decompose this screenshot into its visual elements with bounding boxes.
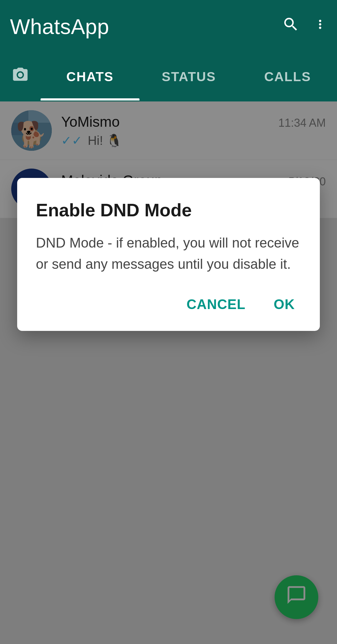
tab-calls[interactable]: CALLS xyxy=(238,53,337,101)
more-options-icon[interactable] xyxy=(313,16,327,37)
app-header: WhatsApp xyxy=(0,0,337,53)
dialog-title: Enable DND Mode xyxy=(36,199,301,221)
tab-chats[interactable]: CHATS xyxy=(41,53,139,101)
camera-tab[interactable] xyxy=(0,66,41,88)
tab-calls-label: CALLS xyxy=(264,69,311,84)
ok-button[interactable]: OK xyxy=(267,293,301,315)
tab-chats-label: CHATS xyxy=(66,69,114,84)
app-title: WhatsApp xyxy=(10,14,109,39)
dialog-body: DND Mode - if enabled, you will not rece… xyxy=(36,232,301,275)
header-icons xyxy=(282,16,327,37)
camera-icon xyxy=(12,66,29,88)
search-icon[interactable] xyxy=(282,16,300,37)
cancel-button[interactable]: CANCEL xyxy=(180,293,252,315)
tab-status[interactable]: STATUS xyxy=(139,53,238,101)
tab-status-label: STATUS xyxy=(162,69,216,84)
dnd-dialog: Enable DND Mode DND Mode - if enabled, y… xyxy=(17,178,320,331)
tab-bar: CHATS STATUS CALLS xyxy=(0,53,337,101)
dialog-buttons: CANCEL OK xyxy=(36,293,301,315)
